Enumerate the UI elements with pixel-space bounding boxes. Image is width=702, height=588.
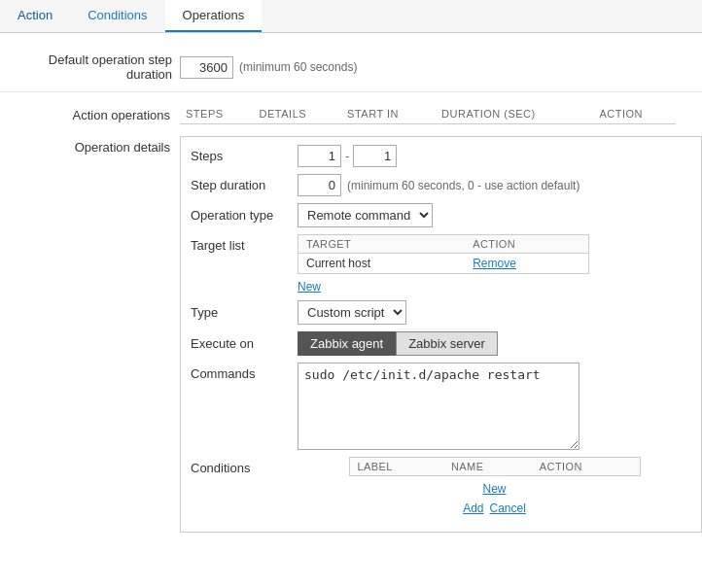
step-duration-hint: (minimum 60 seconds, 0 - use action defa… (347, 179, 579, 192)
target-current-host: Current host (298, 254, 466, 274)
target-remove-link[interactable]: Remove (465, 254, 588, 274)
col-duration-sec: DURATION (SEC) (436, 104, 593, 124)
target-col-target: TARGET (298, 235, 466, 254)
conditions-new-link[interactable]: New (482, 482, 506, 496)
default-duration-input[interactable] (180, 56, 233, 79)
default-duration-hint: (minimum 60 seconds) (239, 60, 357, 74)
target-list-value: TARGET ACTION Current host Remove New (298, 234, 691, 294)
exec-btn-server[interactable]: Zabbix server (396, 331, 498, 356)
target-list-label: Target list (191, 234, 298, 253)
steps-from-input[interactable] (298, 145, 341, 167)
cancel-link[interactable]: Cancel (490, 502, 526, 515)
type-row: Type Custom script IPMI SSH Telnet Globa… (191, 300, 691, 325)
main-content: Default operation step duration (minimum… (0, 33, 702, 542)
type-value: Custom script IPMI SSH Telnet Global scr… (298, 300, 691, 325)
operation-type-select[interactable]: Remote command Send message (298, 203, 433, 227)
col-details: DETAILS (254, 104, 341, 124)
cond-col-label: LABEL (349, 458, 443, 476)
execute-on-row: Execute on Zabbix agent Zabbix server (191, 331, 691, 356)
operation-details-label: Operation details (0, 136, 180, 155)
operation-details-content: Steps - Step duration (minimum 60 second… (180, 136, 702, 533)
add-cancel-group: Add Cancel (463, 502, 526, 515)
table-row: Current host Remove (298, 254, 589, 274)
steps-to-input[interactable] (353, 145, 397, 167)
default-duration-label: Default operation step duration (10, 52, 180, 82)
col-action: ACTION (593, 104, 676, 124)
tab-action[interactable]: Action (0, 0, 70, 32)
step-duration-input[interactable] (298, 174, 341, 196)
tabs-bar: Action Conditions Operations (0, 0, 702, 33)
operation-type-value: Remote command Send message (298, 203, 691, 227)
step-duration-row: Step duration (minimum 60 seconds, 0 - u… (191, 174, 691, 196)
action-operations-label: Action operations (0, 104, 180, 122)
steps-separator: - (345, 149, 349, 163)
execute-on-btn-group: Zabbix agent Zabbix server (298, 331, 498, 356)
action-operations-table: STEPS DETAILS START IN DURATION (SEC) AC… (180, 104, 676, 124)
commands-value: sudo /etc/init.d/apache restart (298, 363, 691, 450)
steps-value: - (298, 145, 691, 167)
cond-col-name: NAME (443, 458, 532, 476)
target-new-link[interactable]: New (298, 280, 321, 294)
target-col-action: ACTION (465, 235, 588, 254)
tab-operations[interactable]: Operations (165, 0, 263, 32)
step-duration-label: Step duration (191, 178, 298, 192)
exec-btn-agent[interactable]: Zabbix agent (298, 331, 396, 356)
steps-row: Steps - (191, 145, 691, 167)
type-select[interactable]: Custom script IPMI SSH Telnet Global scr… (298, 300, 406, 325)
type-label: Type (191, 305, 298, 320)
target-table: TARGET ACTION Current host Remove (298, 234, 589, 274)
execute-on-label: Execute on (191, 336, 298, 351)
steps-label: Steps (191, 149, 298, 163)
operation-details-section: Operation details Steps - Step duration … (0, 136, 702, 533)
execute-on-value: Zabbix agent Zabbix server (298, 331, 691, 356)
operation-type-label: Operation type (191, 208, 298, 223)
conditions-label: Conditions (191, 457, 298, 475)
conditions-value: LABEL NAME ACTION New Add Cancel (298, 457, 691, 515)
default-duration-row: Default operation step duration (minimum… (0, 43, 702, 92)
step-duration-value: (minimum 60 seconds, 0 - use action defa… (298, 174, 691, 196)
col-steps: STEPS (180, 104, 254, 124)
conditions-table: LABEL NAME ACTION (349, 457, 641, 476)
operation-type-row: Operation type Remote command Send messa… (191, 203, 691, 227)
cond-col-action: ACTION (532, 458, 640, 476)
add-link[interactable]: Add (463, 502, 483, 515)
col-start-in: START IN (341, 104, 436, 124)
conditions-row: Conditions LABEL NAME ACTION New (191, 457, 691, 515)
action-operations-table-wrapper: STEPS DETAILS START IN DURATION (SEC) AC… (180, 104, 676, 124)
target-list-row: Target list TARGET ACTION Current host (191, 234, 691, 294)
commands-label: Commands (191, 363, 298, 381)
commands-row: Commands sudo /etc/init.d/apache restart (191, 363, 691, 450)
commands-textarea[interactable]: sudo /etc/init.d/apache restart (298, 363, 579, 450)
action-operations-row: Action operations STEPS DETAILS START IN… (0, 100, 702, 128)
tab-conditions[interactable]: Conditions (70, 0, 164, 32)
